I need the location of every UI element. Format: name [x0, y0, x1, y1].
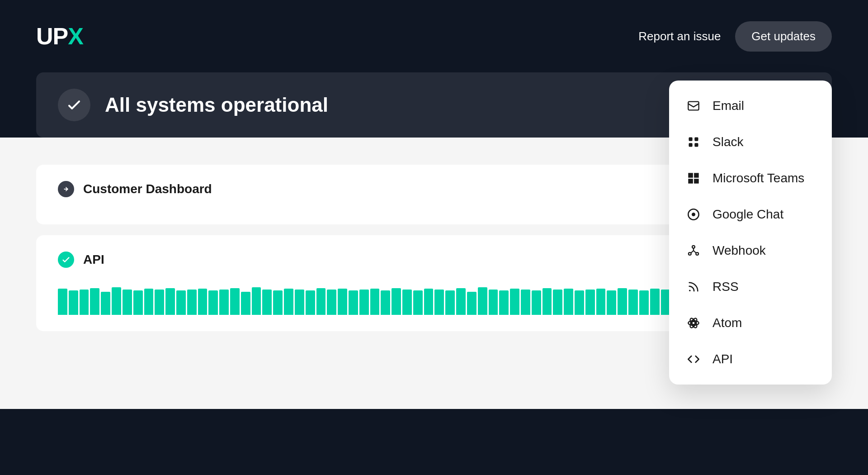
get-updates-button[interactable]: Get updates [735, 21, 832, 52]
dropdown-item-google-chat[interactable]: Google Chat [669, 196, 832, 233]
svg-point-9 [692, 246, 695, 248]
chart-bar [101, 292, 110, 315]
chart-bar [521, 290, 530, 315]
svg-rect-3 [689, 143, 693, 147]
svg-point-10 [689, 252, 691, 255]
chart-bar [424, 289, 434, 315]
api-status-icon [58, 252, 74, 268]
svg-rect-6 [694, 173, 699, 178]
chart-bar [381, 290, 390, 315]
chart-bar [607, 290, 616, 315]
chart-bar [133, 290, 143, 315]
chart-bar [532, 290, 541, 315]
chart-bar [112, 287, 121, 315]
chart-bar [445, 290, 455, 315]
svg-rect-2 [694, 138, 698, 141]
dropdown-menu: Email Slack Mi [669, 81, 832, 385]
chart-bar [90, 288, 99, 315]
chart-bar [392, 288, 401, 315]
chart-bar [359, 290, 369, 315]
chart-bar [58, 289, 67, 315]
dropdown-item-microsoft-teams[interactable]: Microsoft Teams [669, 160, 832, 196]
report-issue-link[interactable]: Report an issue [638, 29, 721, 43]
chart-bar [499, 290, 509, 315]
dashboard-status-icon [58, 181, 74, 197]
chart-bar [123, 290, 132, 315]
api-label-dropdown: API [712, 352, 733, 366]
header-actions: Report an issue Get updates [638, 21, 832, 52]
svg-rect-5 [688, 173, 693, 178]
svg-rect-4 [694, 143, 698, 147]
rss-label: RSS [712, 280, 739, 294]
chart-bar [198, 289, 208, 315]
dropdown-item-api[interactable]: API [669, 341, 832, 377]
api-label: API [83, 252, 104, 267]
chart-bar [434, 290, 444, 315]
status-icon-circle [58, 89, 90, 121]
dropdown-item-atom[interactable]: Atom [669, 305, 832, 341]
logo-x: X [68, 23, 83, 49]
chart-bar [327, 290, 336, 315]
api-code-icon [685, 351, 702, 367]
chart-bar [370, 289, 380, 315]
slack-label: Slack [712, 135, 743, 149]
microsoft-teams-label: Microsoft Teams [712, 171, 804, 185]
customer-dashboard-label: Customer Dashboard [83, 182, 212, 196]
header: UPX Report an issue Get updates [0, 0, 868, 72]
chart-bar [402, 290, 412, 315]
chart-bar [80, 290, 89, 315]
chart-bar [208, 290, 218, 315]
logo-text: UPX [36, 23, 83, 50]
atom-label: Atom [712, 316, 742, 330]
chart-bar [553, 290, 562, 315]
chart-bar [650, 289, 660, 315]
chart-bar [478, 287, 487, 315]
chart-bar [575, 290, 584, 315]
rss-icon [685, 279, 702, 295]
dropdown-item-webhook[interactable]: Webhook [669, 233, 832, 269]
dropdown-item-email[interactable]: Email [669, 88, 832, 124]
chart-bar [564, 289, 573, 315]
google-chat-label: Google Chat [712, 207, 783, 222]
chart-bar [510, 289, 519, 315]
chart-bar [241, 292, 250, 315]
chart-bar [338, 289, 347, 315]
webhook-icon [685, 242, 702, 259]
chart-bar [413, 290, 423, 315]
svg-rect-7 [688, 179, 693, 184]
slack-icon [685, 134, 702, 150]
chart-bar [467, 292, 476, 315]
google-chat-icon [685, 206, 702, 223]
svg-rect-1 [689, 138, 693, 141]
email-icon [685, 98, 702, 114]
email-label: Email [712, 99, 744, 113]
chart-bar [542, 288, 552, 315]
chart-bar [456, 288, 466, 315]
chart-bar [262, 290, 272, 315]
logo: UPX [36, 23, 83, 50]
status-text: All systems operational [105, 94, 328, 116]
svg-point-12 [689, 290, 691, 291]
chart-bar [155, 290, 164, 315]
chart-bar [284, 289, 293, 315]
chart-bar [596, 289, 606, 315]
chart-bar [230, 288, 240, 315]
chart-bar [273, 290, 283, 315]
svg-rect-8 [694, 179, 699, 184]
chart-bar [489, 290, 498, 315]
dropdown-item-rss[interactable]: RSS [669, 269, 832, 305]
chart-bar [618, 288, 627, 315]
chart-bar [187, 290, 197, 315]
webhook-label: Webhook [712, 243, 766, 258]
check-icon [66, 96, 83, 114]
chart-bar [316, 288, 326, 315]
chart-bar [219, 290, 229, 315]
atom-icon [685, 315, 702, 331]
chart-bar [349, 290, 358, 315]
chart-bar [176, 290, 186, 315]
chart-bar [306, 290, 315, 315]
chart-bar [144, 289, 154, 315]
chart-bar [165, 288, 175, 315]
chart-bar [252, 287, 261, 315]
dropdown-item-slack[interactable]: Slack [669, 124, 832, 160]
